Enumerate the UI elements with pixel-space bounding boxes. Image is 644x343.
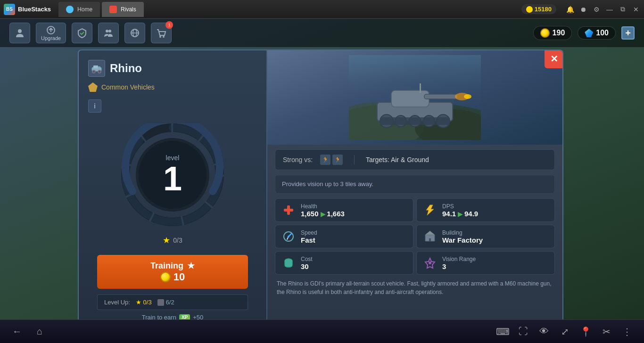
notification-icon[interactable]: 🔔 xyxy=(566,5,574,14)
svg-point-37 xyxy=(288,236,289,237)
dps-content: DPS 94.1 ▶ 94.9 xyxy=(442,203,478,218)
titlebar-brand: BlueStacks xyxy=(18,6,51,13)
health-content: Health 1,650 ▶ 1,663 xyxy=(301,203,345,218)
nav-cart-btn[interactable]: 1 xyxy=(151,23,172,43)
keyboard-icon[interactable]: ⌨ xyxy=(495,324,510,339)
add-currency-btn[interactable]: + xyxy=(621,26,635,40)
building-icon xyxy=(422,229,438,244)
bluestacks-currency: 15180 xyxy=(521,4,556,14)
tab-home-label: Home xyxy=(77,6,92,13)
combat-row: Strong vs: 🏃 🏃 Targets: Air & Ground xyxy=(275,149,555,170)
star-icon: ★ xyxy=(163,235,170,245)
speed-label: Speed xyxy=(301,229,317,236)
unit-category-row: Common Vehicles xyxy=(88,82,257,92)
taskbar-right: ⌨ ⛶ 👁 ⤢ 📍 ✂ ⋮ xyxy=(495,324,635,339)
svg-marker-39 xyxy=(425,231,435,235)
description-box: Provides vision up to 3 tiles away. xyxy=(275,175,555,194)
building-value: War Factory xyxy=(442,236,483,244)
bs-coin-icon xyxy=(526,6,533,13)
tab-home[interactable]: Home xyxy=(58,2,100,17)
back-btn[interactable]: ← xyxy=(9,324,25,339)
restore-btn[interactable]: ⧉ xyxy=(619,5,627,14)
right-panel: ✕ xyxy=(267,50,562,330)
infantry2-icon: 🏃 xyxy=(332,155,343,165)
svg-rect-31 xyxy=(420,83,421,93)
close-dialog-button[interactable]: ✕ xyxy=(545,49,563,68)
unit-icon xyxy=(88,60,105,77)
location-icon[interactable]: 📍 xyxy=(578,324,593,339)
nav-people-btn[interactable] xyxy=(98,23,119,43)
svg-point-3 xyxy=(108,30,111,33)
cost-value: 30 xyxy=(301,262,313,270)
nav-shield-btn[interactable] xyxy=(72,23,92,43)
settings-icon[interactable]: ⚙ xyxy=(592,5,601,14)
vision-value: 3 xyxy=(442,262,476,270)
training-star-icon: ★ xyxy=(187,261,195,271)
more-icon[interactable]: ⋮ xyxy=(619,324,635,339)
training-label: Training xyxy=(150,261,183,271)
training-cost: 10 xyxy=(173,271,185,283)
nav-person-btn[interactable] xyxy=(9,23,30,43)
cart-badge: 1 xyxy=(165,21,173,29)
svg-rect-30 xyxy=(380,117,450,125)
level-gauge: level 1 xyxy=(121,123,224,227)
targets-label: Targets: Air & Ground xyxy=(366,156,429,163)
diamond-icon xyxy=(585,29,593,37)
close-btn[interactable]: ✕ xyxy=(632,5,640,14)
svg-rect-40 xyxy=(429,238,431,241)
eye-icon[interactable]: 👁 xyxy=(537,324,552,339)
tab-rivals-label: Rivals xyxy=(121,6,136,13)
game-topbar: Upgrade 1 190 100 + xyxy=(0,19,644,47)
building-content: Building War Factory xyxy=(442,229,483,244)
target-icons: 🏃 🏃 xyxy=(320,155,343,165)
gauge-level: level 1 xyxy=(163,154,182,196)
unit-name: Rhino xyxy=(110,62,142,75)
stats-area: Strong vs: 🏃 🏃 Targets: Air & Ground Pro… xyxy=(267,145,562,330)
bs-currency-value: 15180 xyxy=(535,6,552,13)
svg-point-7 xyxy=(159,36,161,38)
titlebar-right: 15180 🔔 ⏺ ⚙ — ⧉ ✕ xyxy=(521,4,640,14)
home-tab-icon xyxy=(66,6,74,13)
training-coin-icon xyxy=(160,272,171,282)
home-taskbar-btn[interactable]: ⌂ xyxy=(32,324,47,339)
nav-upgrade-btn[interactable]: Upgrade xyxy=(36,23,66,43)
tab-rivals[interactable]: Rivals xyxy=(102,2,144,17)
stat-cost: Cost 30 xyxy=(275,251,413,275)
svg-point-43 xyxy=(429,261,431,264)
vision-content: Vision Range 3 xyxy=(442,256,476,270)
diamond-currency: 100 xyxy=(578,26,616,40)
svg-rect-35 xyxy=(284,209,293,212)
expand-icon[interactable]: ⤢ xyxy=(557,324,572,339)
stars-row: ★ 0/3 xyxy=(163,235,182,245)
infantry-icon: 🏃 xyxy=(320,155,330,165)
vision-icon xyxy=(422,255,438,270)
stat-vision: Vision Range 3 xyxy=(416,251,555,275)
taskbar: ← ⌂ ⌨ ⛶ 👁 ⤢ 📍 ✂ ⋮ xyxy=(0,319,644,343)
stat-building: Building War Factory xyxy=(416,225,555,248)
cost-content: Cost 30 xyxy=(301,256,313,270)
unit-tank-svg xyxy=(349,55,481,140)
bluestacks-logo: BS BlueStacks xyxy=(4,4,51,15)
stat-speed: Speed Fast xyxy=(275,225,413,248)
speed-content: Speed Fast xyxy=(301,229,317,244)
svg-point-11 xyxy=(92,70,95,73)
scissors-icon[interactable]: ✂ xyxy=(599,324,614,339)
dps-value: 94.1 ▶ 94.9 xyxy=(442,210,478,218)
minimize-btn[interactable]: — xyxy=(605,5,614,14)
gold-currency: 190 xyxy=(533,26,572,40)
svg-rect-24 xyxy=(424,94,457,99)
card-icon xyxy=(157,299,164,306)
nav-globe-btn[interactable] xyxy=(124,23,145,43)
unit-image xyxy=(267,50,562,145)
record-icon[interactable]: ⏺ xyxy=(579,5,587,14)
info-button[interactable]: i xyxy=(88,99,101,113)
training-button[interactable]: Training ★ 10 xyxy=(97,255,248,289)
svg-rect-13 xyxy=(98,66,100,67)
resize-icon[interactable]: ⛶ xyxy=(516,324,531,339)
cost-icon xyxy=(281,255,296,270)
svg-point-33 xyxy=(464,94,471,99)
dps-icon xyxy=(422,203,438,218)
divider xyxy=(354,155,355,164)
levelup-star-icon: ★ xyxy=(136,299,141,306)
health-value: 1,650 ▶ 1,663 xyxy=(301,210,345,218)
